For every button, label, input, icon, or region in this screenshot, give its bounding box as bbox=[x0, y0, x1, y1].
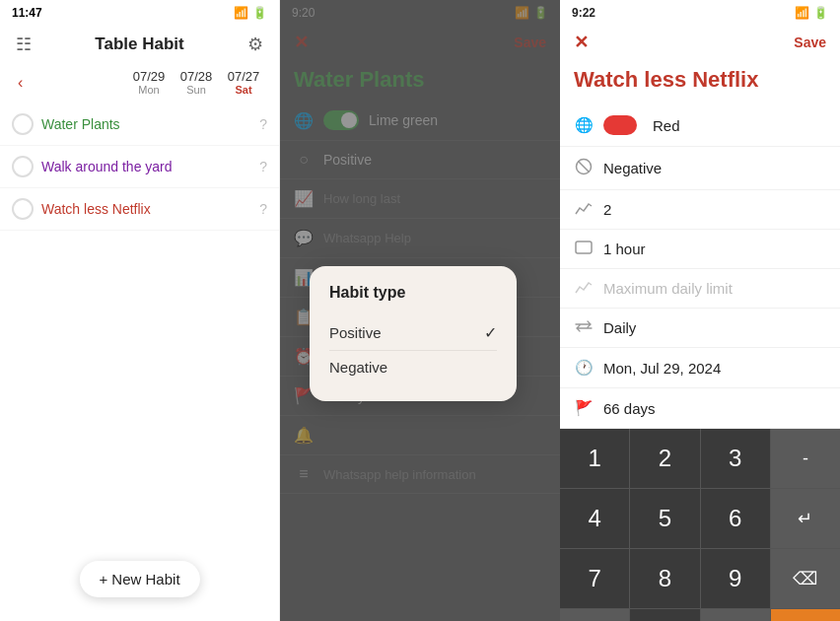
panel3-row-color[interactable]: 🌐 Red bbox=[560, 104, 840, 147]
date-col-2: 07/28 Sun bbox=[173, 69, 220, 96]
date-columns: 07/29 Mon 07/28 Sun 07/27 Sat bbox=[125, 69, 267, 96]
key-2[interactable]: 2 bbox=[630, 429, 699, 488]
date-day-2: Sun bbox=[173, 84, 220, 96]
key-backspace[interactable]: ⌫ bbox=[771, 549, 840, 608]
habit-list: Water Plants ? Walk around the yard ? Wa… bbox=[0, 104, 279, 621]
svg-line-1 bbox=[579, 162, 590, 172]
date-day-1: Mon bbox=[125, 84, 173, 96]
chart-icon-3 bbox=[574, 201, 594, 218]
save-button-3[interactable]: Save bbox=[794, 34, 826, 50]
status-bar-3: 9:22 📶 🔋 bbox=[560, 0, 840, 26]
clock-icon-3: 🕐 bbox=[574, 359, 594, 377]
status-bar-1: 11:47 📶 🔋 bbox=[0, 0, 279, 26]
panel1-header: ☷ Table Habit ⚙ bbox=[0, 26, 279, 63]
color-pill bbox=[603, 115, 637, 135]
habit-q-2: ? bbox=[259, 159, 267, 174]
date-back-arrow[interactable]: ‹ bbox=[12, 72, 29, 94]
panel-table-habit: 11:47 📶 🔋 ☷ Table Habit ⚙ ‹ 07/29 Mon 07… bbox=[0, 0, 280, 621]
settings-icon[interactable]: ⚙ bbox=[247, 34, 263, 55]
key-3[interactable]: 3 bbox=[701, 429, 770, 488]
date-col-3: 07/27 Sat bbox=[220, 69, 267, 96]
habit-row-3[interactable]: Watch less Netflix ? bbox=[0, 188, 279, 231]
key-5[interactable]: 5 bbox=[630, 489, 699, 548]
date-col-1: 07/29 Mon bbox=[125, 69, 173, 96]
key-minus[interactable]: - bbox=[771, 429, 840, 488]
close-button-3[interactable]: ✕ bbox=[574, 32, 589, 53]
habit-circle-1 bbox=[12, 113, 34, 135]
max-text: Maximum daily limit bbox=[603, 280, 733, 297]
wifi-icon-3: 📶 bbox=[795, 6, 809, 20]
modal-title: Habit type bbox=[329, 284, 497, 302]
time-3: 9:22 bbox=[572, 6, 595, 20]
date-nav: ‹ 07/29 Mon 07/28 Sun 07/27 Sat bbox=[0, 63, 279, 104]
time-1: 11:47 bbox=[12, 6, 42, 20]
battery-icon-3: 🔋 bbox=[813, 6, 828, 20]
habit-circle-2 bbox=[12, 156, 34, 177]
count-text: 2 bbox=[603, 201, 611, 218]
panel3-row-date[interactable]: 🕐 Mon, Jul 29, 2024 bbox=[560, 348, 840, 388]
key-7[interactable]: 7 bbox=[560, 549, 629, 608]
panel3-title: Watch less Netflix bbox=[560, 59, 840, 104]
status-icons-1: 📶 🔋 bbox=[234, 6, 267, 20]
color-text: Red bbox=[653, 117, 680, 134]
date-num-1: 07/29 bbox=[125, 69, 173, 84]
days-text: 66 days bbox=[603, 400, 656, 417]
habit-name-2: Walk around the yard bbox=[41, 159, 255, 174]
panel3-row-negative[interactable]: Negative bbox=[560, 147, 840, 190]
wifi-icon: 📶 bbox=[234, 6, 248, 20]
key-8[interactable]: 8 bbox=[630, 549, 699, 608]
date-text: Mon, Jul 29, 2024 bbox=[603, 360, 721, 377]
habit-row-1[interactable]: Water Plants ? bbox=[0, 104, 279, 146]
panel3-row-max[interactable]: Maximum daily limit bbox=[560, 269, 840, 309]
date-day-3: Sat bbox=[220, 84, 267, 96]
panel3-row-hour[interactable]: 1 hour bbox=[560, 230, 840, 269]
daily-text: Daily bbox=[603, 319, 636, 336]
rect-icon bbox=[574, 241, 594, 257]
panel3-row-daily[interactable]: Daily bbox=[560, 309, 840, 348]
new-habit-button[interactable]: + New Habit bbox=[79, 561, 199, 597]
modal-option-positive[interactable]: Positive ✓ bbox=[329, 315, 497, 351]
option-positive-label: Positive bbox=[329, 324, 382, 341]
flag-icon-3: 🚩 bbox=[574, 399, 594, 417]
panel-watch-netflix: 9:22 📶 🔋 ✕ Save Watch less Netflix 🌐 Red… bbox=[560, 0, 840, 621]
panel3-row-66days[interactable]: 🚩 66 days bbox=[560, 388, 840, 429]
globe-icon-3: 🌐 bbox=[574, 116, 594, 134]
key-0[interactable]: 0 bbox=[630, 609, 699, 621]
option-negative-label: Negative bbox=[329, 359, 387, 376]
modal-option-negative[interactable]: Negative bbox=[329, 351, 497, 383]
key-9[interactable]: 9 bbox=[701, 549, 770, 608]
key-confirm[interactable]: ✓ bbox=[771, 609, 840, 621]
panel-water-plants: 9:20 📶 🔋 ✕ Save Water Plants 🌐 Lime gree… bbox=[280, 0, 560, 621]
key-4[interactable]: 4 bbox=[560, 489, 629, 548]
table-icon[interactable]: ☷ bbox=[16, 34, 32, 55]
svg-rect-2 bbox=[576, 242, 592, 253]
status-icons-3: 📶 🔋 bbox=[795, 6, 828, 20]
key-enter[interactable]: ↵ bbox=[771, 489, 840, 548]
habit-type-modal: Habit type Positive ✓ Negative bbox=[310, 266, 517, 401]
date-num-2: 07/28 bbox=[173, 69, 220, 84]
habit-q-3: ? bbox=[259, 201, 267, 217]
habit-name-1: Water Plants bbox=[41, 116, 255, 132]
habit-circle-3 bbox=[12, 198, 34, 220]
habit-name-3: Watch less Netflix bbox=[41, 201, 255, 217]
negative-text: Negative bbox=[603, 160, 662, 176]
checkmark-positive: ✓ bbox=[484, 323, 497, 342]
panel3-topbar: ✕ Save bbox=[560, 26, 840, 59]
panel1-title: Table Habit bbox=[95, 34, 183, 54]
panel3-row-2[interactable]: 2 bbox=[560, 190, 840, 230]
date-num-3: 07/27 bbox=[220, 69, 267, 84]
ban-icon bbox=[574, 158, 594, 178]
key-dot[interactable]: . bbox=[701, 609, 770, 621]
key-1[interactable]: 1 bbox=[560, 429, 629, 488]
chart2-icon bbox=[574, 280, 594, 297]
battery-icon: 🔋 bbox=[252, 6, 267, 20]
repeat-icon bbox=[574, 319, 594, 336]
numpad: 1 2 3 - 4 5 6 ↵ 7 8 9 ⌫ , 0 . ✓ ⌄ bbox=[560, 429, 840, 621]
hour-text: 1 hour bbox=[603, 241, 646, 257]
key-6[interactable]: 6 bbox=[701, 489, 770, 548]
habit-row-2[interactable]: Walk around the yard ? bbox=[0, 146, 279, 188]
key-comma[interactable]: , bbox=[560, 609, 629, 621]
habit-q-1: ? bbox=[259, 116, 267, 132]
